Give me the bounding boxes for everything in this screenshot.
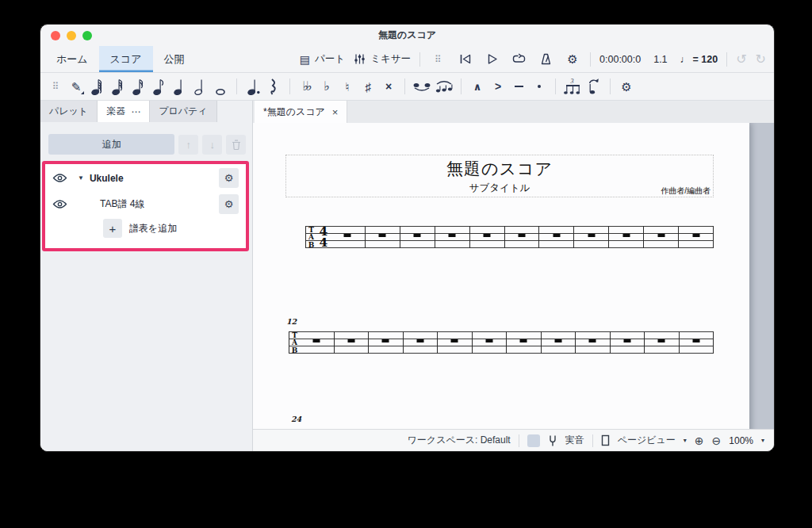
view-mode-caret-icon[interactable]: ▾ — [684, 437, 687, 444]
score-canvas[interactable]: 無題のスコア サブタイトル 作曲者/編曲者 TAB 4 4 — [253, 123, 774, 429]
whole-rest[interactable] — [518, 234, 525, 237]
tab-publish[interactable]: 公開 — [153, 46, 196, 72]
tuplet[interactable]: 3 — [563, 75, 582, 98]
play[interactable] — [483, 48, 500, 71]
augmentation-dot[interactable] — [244, 75, 262, 98]
natural[interactable]: ♮ — [339, 75, 356, 98]
measure[interactable] — [470, 226, 505, 248]
tab-clef[interactable]: TAB — [289, 331, 300, 354]
staccato[interactable] — [530, 75, 548, 98]
tab-home[interactable]: ホーム — [45, 46, 99, 72]
instrument-row-ukulele[interactable]: ▼ Ukulele ⚙ — [45, 165, 246, 191]
playback-settings-gear[interactable]: ⚙ — [564, 48, 581, 71]
metronome[interactable] — [537, 48, 554, 71]
measure[interactable] — [435, 226, 470, 248]
whole-rest[interactable] — [313, 339, 320, 342]
view-mode-selector[interactable]: ページビュー — [618, 434, 676, 447]
panel-menu-icon[interactable]: ⋯ — [131, 107, 140, 117]
drag-handle[interactable]: ⠿ — [429, 48, 446, 71]
customize-toolbar-gear[interactable]: ⚙ — [618, 75, 635, 98]
slur[interactable] — [435, 75, 454, 98]
tab-score[interactable]: スコア — [99, 46, 153, 72]
measure[interactable] — [576, 331, 611, 354]
close-window-button[interactable] — [51, 31, 60, 40]
double-sharp[interactable]: × — [380, 75, 397, 98]
score-page[interactable]: 無題のスコア サブタイトル 作曲者/編曲者 TAB 4 4 — [253, 123, 749, 429]
tempo-display[interactable]: ♩ = 120 — [680, 54, 718, 65]
whole-rest[interactable] — [588, 234, 595, 237]
whole-rest[interactable] — [416, 339, 423, 342]
minimize-window-button[interactable] — [67, 31, 76, 40]
zoom-window-button[interactable] — [82, 31, 92, 40]
measure[interactable] — [574, 226, 609, 248]
close-tab-icon[interactable]: × — [332, 106, 339, 118]
note-input-pencil[interactable]: ✎ — [67, 75, 85, 98]
zoom-out-button[interactable]: ⊖ — [712, 434, 722, 447]
measure[interactable] — [369, 331, 404, 354]
note-whole[interactable] — [212, 75, 229, 98]
note-quarter[interactable] — [170, 75, 188, 98]
double-flat[interactable]: ♭♭ — [297, 75, 315, 98]
delete-instrument-button[interactable] — [226, 135, 246, 155]
accent[interactable]: > — [489, 75, 507, 98]
staff-system-1[interactable]: TAB 4 4 — [305, 226, 714, 248]
time-signature[interactable]: 4 4 — [316, 226, 331, 248]
add-staff-button[interactable]: + 譜表を追加 — [103, 219, 246, 238]
staff-settings-button[interactable]: ⚙ — [219, 194, 239, 214]
measure[interactable] — [505, 226, 540, 248]
title-frame[interactable]: 無題のスコア サブタイトル 作曲者/編曲者 — [285, 155, 714, 197]
move-down-button[interactable]: ↓ — [202, 135, 222, 155]
mixer-button[interactable]: ミキサー — [354, 52, 411, 66]
whole-rest[interactable] — [484, 234, 491, 237]
whole-rest[interactable] — [622, 234, 630, 237]
move-up-button[interactable]: ↑ — [178, 135, 198, 155]
whole-rest[interactable] — [414, 234, 421, 237]
measure[interactable] — [539, 226, 574, 248]
tab-palettes[interactable]: パレット — [40, 101, 98, 122]
score-composer[interactable]: 作曲者/編曲者 — [661, 186, 710, 197]
undo-button[interactable]: ↺ — [736, 52, 746, 67]
expand-caret-icon[interactable]: ▼ — [78, 174, 84, 182]
whole-rest[interactable] — [344, 234, 351, 237]
measure[interactable] — [611, 331, 645, 354]
tie[interactable] — [412, 75, 431, 98]
note-half[interactable] — [191, 75, 209, 98]
measure[interactable] — [644, 226, 679, 248]
rewind[interactable] — [456, 48, 473, 71]
staff-row-tab4[interactable]: TAB譜 4線 ⚙ — [45, 191, 246, 217]
loop-playback[interactable] — [510, 48, 527, 71]
tab-properties[interactable]: プロパティ — [150, 101, 216, 122]
note-8th[interactable] — [150, 75, 167, 98]
whole-rest[interactable] — [657, 234, 665, 237]
measure[interactable] — [438, 331, 473, 354]
measure[interactable] — [507, 331, 542, 354]
visibility-eye-icon[interactable] — [52, 199, 67, 209]
parts-button[interactable]: ▤ パート — [300, 52, 345, 66]
tab-clef[interactable]: TAB — [306, 226, 316, 248]
redo-button[interactable]: ↻ — [756, 52, 766, 67]
whole-rest[interactable] — [451, 339, 458, 342]
measure[interactable] — [609, 226, 644, 248]
whole-rest[interactable] — [692, 234, 699, 237]
whole-rest[interactable] — [692, 339, 699, 342]
tab-instruments[interactable]: 楽器 ⋯ — [98, 101, 150, 122]
whole-rest[interactable] — [347, 339, 354, 342]
measure[interactable] — [679, 226, 714, 248]
measure[interactable] — [645, 331, 680, 354]
measure[interactable] — [331, 226, 366, 248]
instrument-name[interactable]: Ukulele — [90, 173, 124, 184]
quarter-rest[interactable] — [265, 75, 282, 98]
note-32nd[interactable] — [109, 75, 126, 98]
sharp[interactable]: ♯ — [359, 75, 377, 98]
score-subtitle[interactable]: サブタイトル — [286, 182, 713, 195]
drag-handle[interactable]: ⠿ — [47, 75, 64, 98]
measure[interactable] — [366, 226, 400, 248]
measure[interactable] — [335, 331, 370, 354]
whole-rest[interactable] — [382, 339, 389, 342]
measure[interactable] — [680, 331, 714, 354]
measure[interactable] — [473, 331, 508, 354]
whole-rest[interactable] — [553, 234, 560, 237]
zoom-caret-icon[interactable]: ▾ — [761, 437, 764, 444]
whole-rest[interactable] — [658, 339, 665, 342]
measure[interactable] — [542, 331, 576, 354]
